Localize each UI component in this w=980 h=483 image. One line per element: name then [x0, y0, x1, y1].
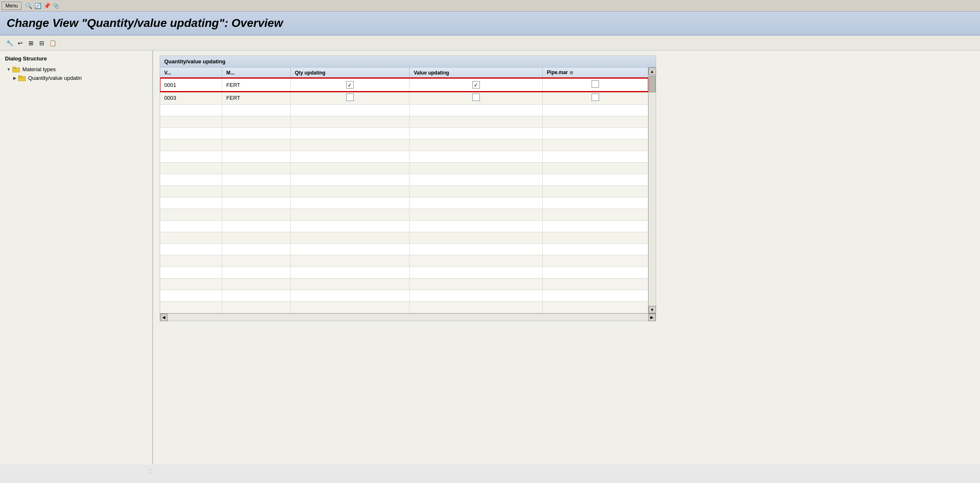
scroll-up-button[interactable]: ▲	[649, 67, 656, 75]
empty-cell	[160, 290, 222, 302]
scroll-down-button[interactable]: ▼	[649, 306, 656, 313]
table-scroll-area: V... M... Qty updating Value updating	[160, 67, 648, 313]
cell-pipe-mar[interactable]	[543, 91, 648, 105]
drag-handle[interactable]: ⋮⋮	[149, 468, 153, 475]
sidebar-item-material-types-label: Material types	[22, 66, 56, 72]
empty-cell	[410, 163, 543, 174]
save-table-icon[interactable]: ⊞	[26, 38, 36, 48]
checkbox-qty-updating[interactable]	[346, 94, 354, 101]
empty-cell	[222, 128, 291, 139]
empty-cell	[543, 267, 648, 279]
sidebar-item-qty-value-label: Quantity/value updatin	[28, 75, 81, 81]
empty-cell	[160, 221, 222, 232]
table-section: Quantity/value updating V... M...	[160, 55, 656, 321]
paste-table-icon[interactable]: 📋	[48, 38, 57, 48]
undo-icon[interactable]: ↩	[16, 38, 25, 48]
empty-cell	[543, 302, 648, 313]
empty-cell	[290, 105, 410, 116]
cell-qty-updating[interactable]	[290, 91, 410, 105]
col-header-value[interactable]: Value updating	[410, 67, 543, 78]
empty-cell	[160, 186, 222, 197]
content-area: Quantity/value updating V... M...	[153, 50, 980, 464]
empty-cell	[222, 163, 291, 174]
empty-cell	[222, 105, 291, 116]
empty-row	[160, 267, 648, 279]
empty-cell	[160, 128, 222, 139]
col-header-qty[interactable]: Qty updating	[290, 67, 410, 78]
checkbox-qty-updating[interactable]	[346, 81, 354, 89]
scroll-right-button[interactable]: ▶	[648, 314, 656, 321]
empty-cell	[290, 209, 410, 221]
column-resize-icon[interactable]: ⊞	[570, 70, 573, 75]
empty-row	[160, 186, 648, 197]
empty-row	[160, 209, 648, 221]
checkbox-value-updating[interactable]	[472, 81, 480, 89]
sidebar-item-material-types[interactable]: ▼ Material types	[0, 65, 152, 74]
empty-cell	[543, 116, 648, 128]
empty-cell	[543, 279, 648, 290]
empty-cell	[290, 290, 410, 302]
sidebar-item-qty-value-updating[interactable]: ▶ Quantity/value updatin	[0, 74, 152, 82]
empty-cell	[160, 139, 222, 151]
empty-cell	[290, 302, 410, 313]
empty-cell	[222, 151, 291, 163]
cell-pipe-mar[interactable]	[543, 78, 648, 91]
empty-cell	[290, 186, 410, 197]
empty-cell	[410, 267, 543, 279]
cell-value-updating[interactable]	[410, 78, 543, 91]
folder-icon-material-types	[12, 67, 20, 72]
empty-cell	[222, 232, 291, 244]
toolbar-icon-4[interactable]: 📎	[51, 1, 60, 10]
scroll-thumb[interactable]	[649, 76, 656, 92]
empty-cell	[543, 197, 648, 209]
empty-row	[160, 139, 648, 151]
page-title: Change View "Quantity/value updating": O…	[7, 17, 973, 30]
empty-cell	[410, 197, 543, 209]
table-row[interactable]: 0003FERT	[160, 91, 648, 105]
empty-cell	[410, 209, 543, 221]
col-header-m[interactable]: M...	[222, 67, 291, 78]
empty-cell	[410, 302, 543, 313]
toolbar-icon-2[interactable]: 🔄	[33, 1, 42, 10]
col-header-pipe[interactable]: Pipe.mar ⊞	[543, 67, 648, 78]
toolbar-icon-3[interactable]: 📌	[42, 1, 51, 10]
empty-cell	[290, 232, 410, 244]
empty-row	[160, 244, 648, 255]
empty-cell	[160, 174, 222, 186]
horizontal-scrollbar: ◀ ▶	[160, 313, 656, 321]
sidebar-title: Dialog Structure	[0, 54, 152, 65]
table-row[interactable]: 0001FERT	[160, 78, 648, 91]
empty-cell	[222, 209, 291, 221]
checkbox-pipe-mar[interactable]	[592, 94, 599, 101]
menu-button[interactable]: Menu	[2, 2, 22, 10]
empty-cell	[222, 244, 291, 255]
empty-cell	[160, 151, 222, 163]
empty-cell	[410, 232, 543, 244]
empty-cell	[160, 209, 222, 221]
empty-cell	[410, 128, 543, 139]
cell-qty-updating[interactable]	[290, 78, 410, 91]
page-title-area: Change View "Quantity/value updating": O…	[0, 12, 980, 36]
tools-icon[interactable]: 🔧	[5, 38, 14, 48]
empty-cell	[290, 255, 410, 267]
scroll-track[interactable]	[649, 75, 656, 306]
copy-table-icon[interactable]: ⊟	[37, 38, 46, 48]
empty-cell	[410, 105, 543, 116]
empty-cell	[410, 221, 543, 232]
svg-rect-1	[12, 67, 16, 69]
toolbar-icon-1[interactable]: 🔍	[24, 1, 33, 10]
checkbox-pipe-mar[interactable]	[592, 80, 599, 88]
empty-cell	[290, 267, 410, 279]
empty-cell	[290, 139, 410, 151]
table-wrapper: V... M... Qty updating Value updating	[160, 67, 656, 313]
top-toolbar: Menu 🔍 🔄 📌 📎	[0, 0, 980, 12]
empty-cell	[543, 186, 648, 197]
cell-value-updating[interactable]	[410, 91, 543, 105]
h-scroll-track[interactable]	[168, 314, 648, 321]
checkbox-value-updating[interactable]	[472, 94, 480, 101]
scroll-left-button[interactable]: ◀	[160, 314, 168, 321]
empty-row	[160, 221, 648, 232]
empty-cell	[290, 163, 410, 174]
empty-row	[160, 116, 648, 128]
col-header-v[interactable]: V...	[160, 67, 222, 78]
